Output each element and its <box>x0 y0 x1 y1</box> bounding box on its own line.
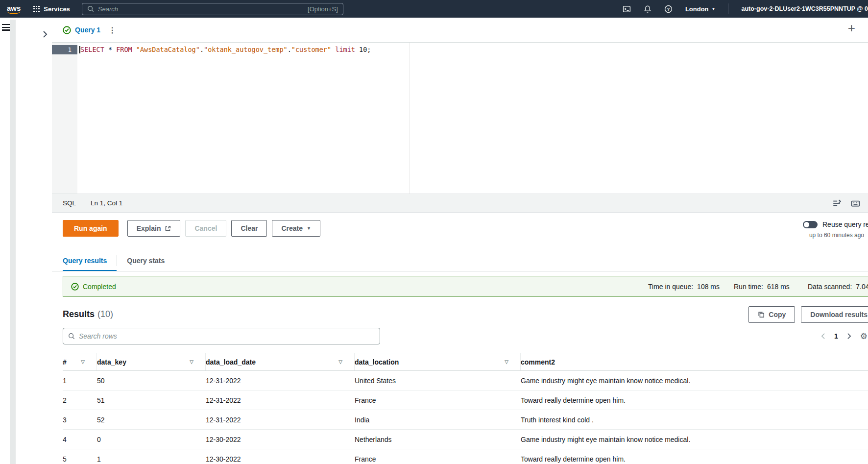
query-status-banner: Completed Time in queue:108 ms Run time:… <box>63 276 868 297</box>
tab-query-1[interactable]: Query 1 <box>75 26 100 34</box>
table-row: 4012-30-2022NetherlandsGame industry mig… <box>63 430 868 449</box>
query-actions-row: Run again Explain Cancel Clear Create ▼ … <box>52 213 868 244</box>
tab-query-results[interactable]: Query results <box>63 252 117 271</box>
sort-icon[interactable]: ▽ <box>505 359 508 365</box>
copy-button[interactable]: Copy <box>748 306 795 323</box>
download-results-button[interactable]: Download results <box>801 306 868 323</box>
table-cell: 50 <box>97 377 206 385</box>
table-cell: India <box>355 416 521 424</box>
column-header-data-load-date[interactable]: data_load_date ▽ <box>206 353 355 370</box>
success-check-icon <box>71 283 79 291</box>
metric-data-scanned: Data scanned:7.04 <box>808 276 868 296</box>
reuse-query-results-toggle[interactable] <box>803 221 818 228</box>
sql-identifier: "customer" <box>291 46 331 53</box>
table-cell: 12-30-2022 <box>206 436 355 443</box>
line-number: 1 <box>52 45 77 54</box>
sql-identifier: "AwsDataCatalog" <box>136 46 200 53</box>
current-page-number[interactable]: 1 <box>834 332 838 340</box>
cancel-button: Cancel <box>185 220 226 237</box>
table-cell: 0 <box>97 436 206 443</box>
sql-number: 10 <box>359 46 367 53</box>
sort-icon[interactable]: ▽ <box>81 359 85 365</box>
cloudshell-icon[interactable] <box>623 5 631 13</box>
sql-text <box>132 46 136 53</box>
account-menu[interactable]: auto-gov-2-DLUser2-1WC3R55PNNTUP @ 0 <box>741 5 868 12</box>
results-toolbar: 1 ⚙ <box>52 328 868 344</box>
table-cell: Truth interest kind cold . <box>521 416 868 424</box>
table-preferences-gear-icon[interactable]: ⚙ <box>860 331 868 342</box>
aws-logo[interactable]: aws <box>7 4 21 14</box>
table-cell: United States <box>355 377 521 385</box>
help-icon[interactable]: ? <box>664 5 673 13</box>
results-header: Results (10) Copy Download results <box>52 302 868 327</box>
table-cell: France <box>355 396 521 404</box>
table-cell: 1 <box>63 377 97 385</box>
tab-query-stats[interactable]: Query stats <box>117 252 174 271</box>
svg-text:?: ? <box>667 6 670 11</box>
table-header-row: # ▽ data_key ▽ data_load_date ▽ data_loc… <box>63 353 868 371</box>
column-header-data-location[interactable]: data_location ▽ <box>355 353 521 370</box>
region-selector[interactable]: London ▼ <box>685 5 716 13</box>
topbar-divider <box>728 3 728 14</box>
create-button[interactable]: Create ▼ <box>272 220 320 237</box>
table-cell: Netherlands <box>355 436 521 443</box>
reuse-toggle-label: Reuse query results <box>822 220 868 228</box>
sql-text: . <box>200 46 204 53</box>
table-row: 15012-31-2022United StatesGame industry … <box>63 371 868 391</box>
cursor-position-label: Ln 1, Col 1 <box>91 199 122 207</box>
table-cell: Toward really determine open him. <box>521 396 868 404</box>
sql-code-line[interactable]: SELECT * FROM "AwsDataCatalog"."oktank_a… <box>77 43 868 194</box>
tab-options-ellipsis-icon[interactable]: ⋮ <box>108 25 116 35</box>
explain-button[interactable]: Explain <box>127 220 181 237</box>
column-header-comment2[interactable]: comment2 <box>521 353 868 370</box>
sql-editor[interactable]: 1 SELECT * FROM "AwsDataCatalog"."oktank… <box>52 43 868 194</box>
hamburger-menu-icon[interactable] <box>2 24 10 32</box>
table-row: 35212-31-2022IndiaTruth interest kind co… <box>63 410 868 430</box>
sql-keyword: limit <box>331 46 359 53</box>
console-search-input[interactable] <box>98 5 308 13</box>
table-cell: France <box>355 455 521 463</box>
table-cell: 12-31-2022 <box>206 396 355 404</box>
previous-page-icon[interactable] <box>821 333 825 340</box>
console-search-box[interactable]: [Option+S] <box>82 3 343 15</box>
column-header-index[interactable]: # ▽ <box>63 353 97 370</box>
table-cell: Game industry might eye maintain know no… <box>521 436 868 443</box>
keyboard-shortcuts-icon[interactable] <box>851 199 860 208</box>
table-row: 5112-30-2022FranceToward really determin… <box>63 449 868 464</box>
sql-text: ; <box>367 46 371 53</box>
sql-identifier: "oktank_autogov_temp" <box>204 46 288 53</box>
table-cell: 1 <box>97 455 206 463</box>
panel-expand-chevron-icon[interactable] <box>39 28 51 40</box>
next-page-icon[interactable] <box>847 333 851 340</box>
metric-run-time: Run time:618 ms <box>734 276 790 296</box>
rows-search-input[interactable] <box>79 332 375 340</box>
table-row: 25112-31-2022FranceToward really determi… <box>63 391 868 410</box>
results-table: # ▽ data_key ▽ data_load_date ▽ data_loc… <box>63 353 868 464</box>
table-cell: 51 <box>97 396 206 404</box>
sql-keyword: FROM <box>116 46 132 53</box>
editor-print-margin <box>410 43 410 194</box>
sort-icon[interactable]: ▽ <box>190 359 193 365</box>
sql-text: . <box>288 46 291 53</box>
run-again-button[interactable]: Run again <box>63 220 119 237</box>
clear-button[interactable]: Clear <box>231 220 267 237</box>
results-count: (10) <box>97 309 113 319</box>
services-menu[interactable]: Services <box>44 5 70 13</box>
format-query-icon[interactable] <box>832 199 841 208</box>
column-header-data-key[interactable]: data_key ▽ <box>97 353 206 370</box>
services-grid-icon[interactable] <box>33 6 40 12</box>
results-title: Results <box>63 309 95 319</box>
new-query-tab-button[interactable]: + <box>848 22 855 34</box>
sort-icon[interactable]: ▽ <box>338 359 342 365</box>
pagination: 1 ⚙ <box>821 328 868 344</box>
results-table-body: 15012-31-2022United StatesGame industry … <box>63 371 868 464</box>
editor-language-label: SQL <box>63 199 76 207</box>
console-top-bar: aws Services [Option+S] ? <box>0 0 868 18</box>
search-icon <box>68 333 75 340</box>
results-tab-bar: Query results Query stats <box>52 244 868 271</box>
sql-text: * <box>104 46 116 53</box>
table-cell: Toward really determine open him. <box>521 455 868 463</box>
rows-search-box[interactable] <box>63 328 380 344</box>
collapsed-sidebar-strip[interactable] <box>10 20 16 464</box>
notifications-bell-icon[interactable] <box>644 5 651 13</box>
